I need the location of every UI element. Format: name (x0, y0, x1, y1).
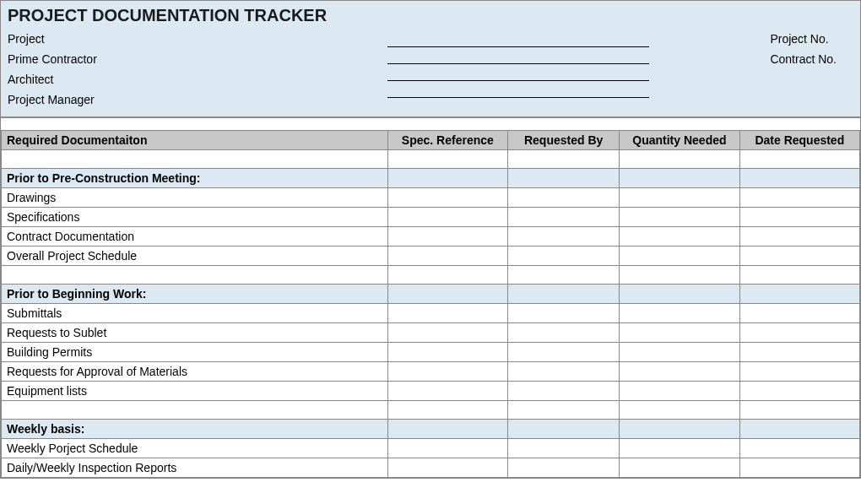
documentation-table: Required Documentaiton Spec. Reference R… (1, 130, 860, 478)
table-row (2, 150, 860, 169)
table-cell (620, 439, 739, 458)
table-cell (387, 169, 507, 188)
doc-name-cell: Drawings (2, 188, 388, 208)
table-cell (739, 343, 859, 362)
table-cell (387, 150, 507, 169)
col-header-date: Date Requested (739, 131, 859, 150)
table-cell (508, 439, 620, 458)
col-header-requested-by: Requested By (508, 131, 620, 150)
doc-name-cell: Equipment lists (2, 382, 388, 401)
table-cell (739, 247, 859, 266)
table-cell (387, 458, 507, 478)
table-cell (739, 169, 859, 188)
table-cell (2, 150, 388, 169)
label-project-manager: Project Manager (8, 91, 387, 108)
table-cell (387, 362, 507, 382)
table-row: Requests for Approval of Materials (2, 362, 860, 382)
table-cell (620, 420, 739, 439)
label-project-no: Project No. (770, 30, 837, 47)
section-heading-cell: Weekly basis: (2, 420, 388, 439)
table-cell (508, 227, 620, 247)
table-row: Drawings (2, 188, 860, 208)
table-cell (620, 401, 739, 420)
table-cell (387, 343, 507, 362)
table-cell (508, 266, 620, 285)
table-cell (620, 362, 739, 382)
table-row: Building Permits (2, 343, 860, 362)
table-cell (739, 401, 859, 420)
underline-architect (387, 64, 649, 81)
table-cell (387, 285, 507, 304)
table-cell (508, 420, 620, 439)
table-cell (739, 285, 859, 304)
section-heading-row: Prior to Pre-Construction Meeting: (2, 169, 860, 188)
header-left-labels: Project Prime Contractor Architect Proje… (8, 30, 387, 108)
table-cell (739, 208, 859, 227)
col-header-doc: Required Documentaiton (2, 131, 388, 150)
underline-project (387, 30, 649, 47)
table-cell (387, 208, 507, 227)
table-cell (739, 323, 859, 343)
doc-name-cell: Building Permits (2, 343, 388, 362)
table-cell (508, 401, 620, 420)
underline-prime-contractor (387, 47, 649, 64)
doc-name-cell: Submittals (2, 304, 388, 323)
table-cell (508, 208, 620, 227)
table-cell (508, 285, 620, 304)
table-cell (620, 247, 739, 266)
table-cell (508, 247, 620, 266)
table-row: Equipment lists (2, 382, 860, 401)
table-cell (620, 150, 739, 169)
table-cell (620, 343, 739, 362)
table-cell (739, 227, 859, 247)
table-cell (508, 304, 620, 323)
header-underline-column (387, 30, 649, 108)
table-cell (387, 323, 507, 343)
table-cell (508, 458, 620, 478)
col-header-spec: Spec. Reference (387, 131, 507, 150)
table-cell (620, 382, 739, 401)
underline-project-manager (387, 81, 649, 98)
table-cell (739, 382, 859, 401)
table-cell (387, 304, 507, 323)
doc-name-cell: Specifications (2, 208, 388, 227)
document-title: PROJECT DOCUMENTATION TRACKER (8, 6, 853, 25)
table-cell (739, 420, 859, 439)
table-cell (620, 169, 739, 188)
table-cell (387, 401, 507, 420)
table-cell (620, 188, 739, 208)
header-right-labels: Project No. Contract No. (770, 30, 853, 108)
table-cell (739, 150, 859, 169)
spacer (1, 118, 860, 130)
section-heading-row: Weekly basis: (2, 420, 860, 439)
table-row: Daily/Weekly Inspection Reports (2, 458, 860, 478)
table-cell (508, 169, 620, 188)
table-row: Submittals (2, 304, 860, 323)
table-row (2, 401, 860, 420)
table-header-row: Required Documentaiton Spec. Reference R… (2, 131, 860, 150)
table-cell (508, 343, 620, 362)
table-cell (387, 188, 507, 208)
table-cell (739, 266, 859, 285)
label-architect: Architect (8, 71, 387, 88)
section-heading-row: Prior to Beginning Work: (2, 285, 860, 304)
table-body: Prior to Pre-Construction Meeting:Drawin… (2, 150, 860, 478)
doc-name-cell: Requests for Approval of Materials (2, 362, 388, 382)
table-cell (739, 188, 859, 208)
doc-name-cell: Overall Project Schedule (2, 247, 388, 266)
table-row (2, 266, 860, 285)
section-heading-cell: Prior to Beginning Work: (2, 285, 388, 304)
table-cell (387, 266, 507, 285)
table-row: Specifications (2, 208, 860, 227)
table-cell (508, 188, 620, 208)
label-project: Project (8, 30, 387, 47)
table-cell (2, 401, 388, 420)
doc-name-cell: Requests to Sublet (2, 323, 388, 343)
section-heading-cell: Prior to Pre-Construction Meeting: (2, 169, 388, 188)
label-prime-contractor: Prime Contractor (8, 51, 387, 68)
table-row: Weekly Porject Schedule (2, 439, 860, 458)
label-contract-no: Contract No. (770, 51, 837, 68)
table-cell (508, 382, 620, 401)
table-cell (387, 247, 507, 266)
table-row: Contract Documentation (2, 227, 860, 247)
